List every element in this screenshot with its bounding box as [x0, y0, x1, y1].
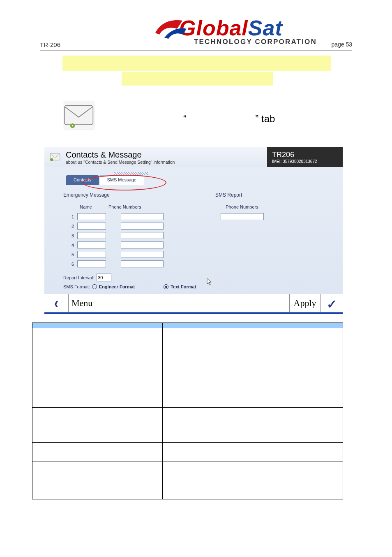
table-cell — [163, 328, 343, 408]
screenshot-header: Contacts & Message about us "Contacts & … — [44, 147, 343, 167]
hatch-decoration — [114, 172, 148, 175]
footer-accent-bar — [44, 312, 343, 314]
table-header-cell — [32, 323, 163, 328]
page-number: page 53 — [331, 41, 352, 48]
sms-report-phone-input[interactable] — [221, 213, 264, 220]
row-number: 3 — [63, 233, 74, 238]
chevron-left-icon: ‹ — [54, 294, 59, 312]
contact-rows: 1 2 3 — [63, 212, 211, 269]
row-number: 6 — [63, 262, 74, 267]
row-number: 1 — [63, 214, 74, 219]
col-header-phone: Phone Numbers — [108, 204, 191, 209]
report-interval-input[interactable] — [97, 274, 111, 281]
tab-row: Contacts SMS Message — [66, 175, 324, 185]
engineer-format-label: Engineer Format — [99, 284, 135, 289]
config-screenshot: Contacts & Message about us "Contacts & … — [44, 147, 343, 318]
phone-input[interactable] — [121, 223, 164, 230]
table-cell — [163, 462, 343, 499]
table-cell — [32, 328, 163, 408]
mouse-cursor-icon — [206, 278, 213, 285]
radio-text-format[interactable] — [164, 284, 168, 289]
gear-icon — [69, 123, 76, 129]
name-input[interactable] — [77, 251, 106, 258]
back-button[interactable]: ‹ — [44, 294, 68, 312]
report-interval-row: Report Interval: — [63, 274, 211, 281]
brand-sub-text: TECHNOLOGY CORPORATION — [194, 38, 344, 46]
table-cell — [163, 443, 343, 462]
imei-label: IMEI: 357938020313672 — [272, 159, 343, 164]
screenshot-subtitle: about us "Contacts & Send Message Settin… — [66, 160, 267, 165]
brand-logo: GlobalSat TECHNOLOGY CORPORATION — [179, 16, 344, 48]
confirm-button[interactable]: ✓ — [321, 294, 343, 312]
emergency-message-title: Emergency Message — [63, 192, 211, 198]
table-cell — [32, 462, 163, 499]
device-model: TR-206 — [40, 41, 60, 48]
contact-row: 1 — [63, 212, 211, 221]
name-input[interactable] — [77, 223, 106, 230]
contact-row: 4 — [63, 240, 211, 250]
row-number: 5 — [63, 252, 74, 257]
device-id-box: TR206 IMEI: 357938020313672 — [267, 147, 343, 167]
col-header-phone-right: Phone Numbers — [215, 204, 269, 209]
contact-row: 6 — [63, 259, 211, 269]
col-header-name: Name — [63, 204, 108, 209]
text-format-label: Text Format — [171, 284, 196, 289]
table-header-cell — [163, 323, 343, 328]
sms-report-title: SMS Report — [215, 192, 324, 198]
svg-rect-0 — [65, 105, 93, 124]
radio-engineer-format[interactable] — [92, 284, 97, 289]
brand-right-text: Sat — [248, 16, 283, 40]
screenshot-title: Contacts & Message — [66, 150, 267, 160]
table-cell — [32, 408, 163, 443]
name-input[interactable] — [77, 213, 106, 220]
phone-input[interactable] — [121, 241, 164, 248]
phone-input[interactable] — [121, 251, 164, 258]
envelope-gear-icon — [44, 153, 66, 161]
report-interval-label: Report Interval: — [63, 275, 94, 280]
tab-sms-message[interactable]: SMS Message — [99, 175, 144, 185]
description-table — [32, 323, 343, 499]
contact-row: 2 — [63, 221, 211, 231]
row-number: 4 — [63, 243, 74, 248]
table-cell — [32, 443, 163, 462]
name-input[interactable] — [77, 232, 106, 239]
menu-button[interactable]: Menu — [68, 294, 103, 312]
name-input[interactable] — [77, 241, 106, 248]
sms-format-label: SMS Format: — [63, 284, 90, 289]
table-row — [32, 328, 343, 408]
row-number: 2 — [63, 224, 74, 229]
table-row — [32, 443, 343, 462]
envelope-icon — [64, 101, 94, 129]
device-name-label: TR206 — [272, 151, 343, 159]
tab-contacts[interactable]: Contacts — [66, 175, 99, 185]
contact-row: 3 — [63, 231, 211, 240]
swoosh-icon — [154, 16, 187, 42]
contact-row: 5 — [63, 250, 211, 259]
tab-hint-text: “ ” tab — [183, 113, 275, 125]
phone-input[interactable] — [121, 213, 164, 220]
screenshot-footer: ‹ Menu Apply ✓ — [44, 294, 343, 312]
table-row — [32, 462, 343, 499]
brand-left-text: Global — [179, 16, 248, 40]
phone-input[interactable] — [121, 260, 164, 267]
apply-button[interactable]: Apply — [289, 294, 321, 312]
check-icon: ✓ — [327, 297, 337, 311]
highlight-bar — [62, 56, 331, 71]
table-cell — [163, 408, 343, 443]
phone-input[interactable] — [121, 232, 164, 239]
highlight-bar — [122, 72, 273, 86]
table-header-row — [32, 323, 343, 328]
sms-format-row: SMS Format: Engineer Format Text Format — [63, 284, 211, 289]
table-row — [32, 408, 343, 443]
svg-point-2 — [72, 125, 74, 127]
name-input[interactable] — [77, 260, 106, 267]
header-rule — [40, 50, 352, 51]
svg-point-4 — [50, 158, 53, 161]
